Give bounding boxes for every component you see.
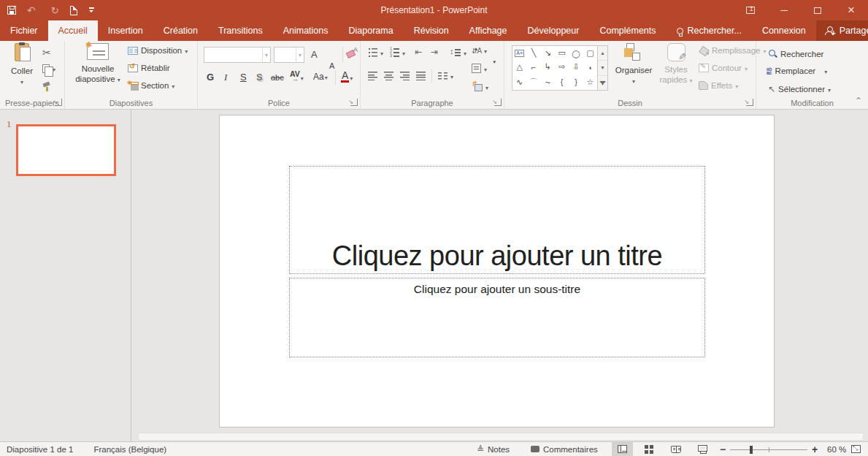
minimize-button[interactable]	[767, 0, 801, 20]
shape-line[interactable]	[531, 48, 537, 58]
text-shadow-button[interactable]: S	[256, 72, 263, 83]
tab-insert[interactable]: Insertion	[98, 20, 153, 41]
slide-thumbnail[interactable]	[16, 124, 116, 176]
font-name-combo[interactable]	[204, 47, 271, 63]
zoom-level[interactable]: 60 %	[827, 442, 846, 456]
section-button[interactable]: Section	[128, 81, 174, 90]
copy-button[interactable]	[42, 64, 55, 73]
zoom-in-button[interactable]: +	[812, 442, 818, 456]
shape-arc[interactable]	[529, 77, 537, 88]
change-case-button[interactable]: Aa	[313, 72, 328, 82]
numbering-button[interactable]	[390, 48, 405, 57]
language-indicator[interactable]: Français (Belgique)	[93, 445, 166, 454]
shape-elbow-arrow-connector[interactable]	[545, 62, 551, 72]
collapse-ribbon-button[interactable]	[855, 96, 862, 106]
font-size-combo[interactable]	[274, 47, 304, 63]
character-spacing-button[interactable]: AV↔	[290, 71, 304, 83]
reset-button[interactable]: Rétablir	[128, 64, 170, 72]
line-spacing-button[interactable]	[450, 48, 466, 57]
reading-view-button[interactable]	[665, 442, 686, 456]
shape-outline-button[interactable]: Contour	[699, 64, 748, 72]
font-dialog-launcher[interactable]	[350, 99, 358, 106]
tab-developer[interactable]: Développeur	[518, 20, 590, 41]
maximize-button[interactable]	[801, 0, 834, 20]
quick-styles-button[interactable]: Styles rapides	[658, 43, 694, 86]
columns-button[interactable]	[438, 71, 453, 80]
shape-right-arrow[interactable]	[558, 62, 565, 72]
slideshow-view-button[interactable]	[692, 442, 713, 456]
clipboard-dialog-launcher[interactable]	[55, 99, 62, 106]
select-button[interactable]: Sélectionner	[768, 84, 831, 94]
zoom-slider-thumb[interactable]	[750, 446, 753, 454]
shape-effects-button[interactable]: Effets	[699, 81, 738, 90]
tab-addins[interactable]: Compléments	[589, 20, 666, 41]
tab-file[interactable]: Fichier	[0, 20, 48, 41]
shapes-more-icon[interactable]: ▬▼	[598, 76, 607, 90]
sign-in-button[interactable]: Connexion	[752, 20, 816, 41]
cut-button[interactable]	[42, 47, 51, 58]
clear-formatting-button[interactable]	[347, 48, 356, 57]
format-painter-button[interactable]	[42, 82, 51, 91]
title-placeholder[interactable]: Cliquez pour ajouter un titre	[289, 166, 705, 274]
shape-star[interactable]	[586, 77, 594, 87]
shape-arrow[interactable]	[545, 48, 551, 58]
shapes-scroll-down-icon[interactable]: ▼	[598, 61, 607, 75]
italic-button[interactable]: I	[224, 72, 227, 83]
zoom-out-button[interactable]: −	[720, 442, 726, 456]
ribbon-display-options-button[interactable]	[734, 0, 767, 20]
tell-me-box[interactable]: Rechercher...	[667, 20, 752, 41]
align-left-button[interactable]	[368, 71, 377, 80]
shape-oval[interactable]	[572, 49, 580, 58]
tab-slideshow[interactable]: Diaporama	[339, 20, 404, 41]
shape-down-arrow[interactable]	[572, 62, 579, 72]
tab-home[interactable]: Accueil	[48, 20, 98, 41]
zoom-slider[interactable]	[730, 449, 807, 450]
tab-review[interactable]: Révision	[404, 20, 459, 41]
underline-button[interactable]: S	[240, 72, 247, 83]
fit-to-window-button[interactable]	[851, 442, 861, 456]
shape-elbow-connector[interactable]	[531, 63, 536, 72]
normal-view-button[interactable]	[612, 442, 633, 456]
align-center-button[interactable]	[384, 71, 393, 80]
shapes-scroll-up-icon[interactable]: ▲	[598, 46, 607, 61]
slide-sorter-view-button[interactable]	[638, 442, 659, 456]
paste-button[interactable]: Coller	[6, 43, 38, 88]
shape-left-brace[interactable]	[561, 77, 564, 86]
new-slide-button[interactable]: Nouvelle diapositive	[74, 43, 122, 86]
shape-text-box[interactable]: A≡	[515, 50, 524, 57]
align-right-button[interactable]	[400, 71, 410, 80]
paragraph-dialog-launcher[interactable]	[494, 99, 502, 106]
tab-design[interactable]: Création	[153, 20, 208, 41]
bullets-button[interactable]	[368, 48, 383, 57]
subtitle-placeholder[interactable]: Cliquez pour ajouter un sous-titre	[289, 278, 705, 357]
convert-smartart-button[interactable]	[472, 82, 488, 91]
replace-button[interactable]: abacRemplacer	[767, 66, 827, 75]
notes-button[interactable]: Notes	[477, 442, 510, 456]
shape-rectangle[interactable]	[558, 48, 565, 58]
font-color-button[interactable]: A	[341, 71, 353, 83]
layout-button[interactable]: Disposition	[128, 46, 188, 55]
shape-triangle[interactable]	[516, 62, 522, 72]
tab-transitions[interactable]: Transitions	[208, 20, 273, 41]
arrange-button[interactable]: Organiser	[612, 43, 655, 87]
horizontal-scrollbar[interactable]	[138, 433, 864, 441]
text-direction-button[interactable]	[472, 46, 487, 55]
shape-curve[interactable]	[545, 77, 551, 88]
tab-animations[interactable]: Animations	[273, 20, 339, 41]
drawing-dialog-launcher[interactable]	[746, 99, 753, 106]
share-button[interactable]: Partager	[816, 20, 868, 41]
increase-indent-button[interactable]	[431, 47, 438, 57]
tab-view[interactable]: Affichage	[459, 20, 518, 41]
close-button[interactable]	[834, 0, 868, 20]
shape-right-brace[interactable]	[575, 77, 577, 86]
find-button[interactable]: Rechercher	[768, 49, 823, 58]
shape-corner[interactable]	[588, 63, 592, 72]
bold-button[interactable]: G	[207, 72, 214, 83]
align-text-button[interactable]	[472, 64, 487, 73]
strikethrough-button[interactable]: abc	[271, 73, 284, 82]
shape-scribble[interactable]	[516, 77, 523, 87]
justify-button[interactable]	[416, 71, 426, 80]
comments-button[interactable]: Commentaires	[531, 442, 598, 456]
shape-rounded-rectangle[interactable]	[586, 48, 594, 58]
decrease-indent-button[interactable]	[415, 47, 422, 57]
